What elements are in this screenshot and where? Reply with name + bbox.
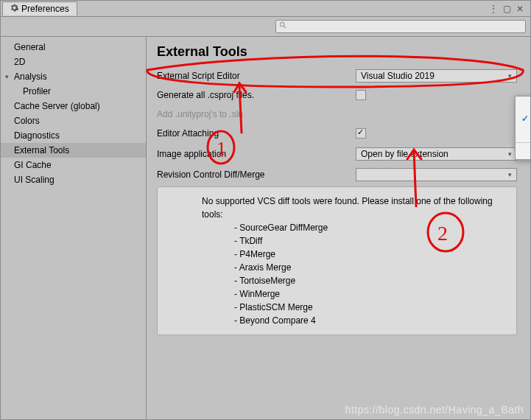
sidebar-item-ui-scaling[interactable]: UI Scaling	[1, 172, 146, 187]
generate-csproj-checkbox[interactable]	[356, 90, 366, 100]
sidebar-item-cache-server[interactable]: Cache Server (global)	[1, 99, 146, 113]
revision-control-dropdown[interactable]	[356, 168, 517, 181]
option-browse[interactable]: Browse...	[516, 144, 530, 159]
sidebar-item-external-tools[interactable]: External Tools	[1, 143, 146, 158]
search-field[interactable]	[275, 20, 526, 33]
sidebar-item-analysis[interactable]: Analysis	[1, 69, 146, 84]
option-vs-installer[interactable]: Visual Studio Installer	[516, 126, 530, 141]
option-vs2019[interactable]: Visual Studio 2019	[516, 111, 530, 126]
sidebar-item-colors[interactable]: Colors	[1, 113, 146, 128]
preferences-window: Preferences ⋮ ▢ ✕ General 2D Analysis Pr…	[0, 0, 531, 420]
preferences-tab[interactable]: Preferences	[2, 1, 77, 15]
tab-label: Preferences	[21, 4, 69, 14]
option-open-by-ext[interactable]: Open by file extension	[516, 97, 530, 111]
vcs-info-box: No supported VCS diff tools were found. …	[157, 186, 517, 335]
search-input[interactable]	[290, 22, 522, 31]
maximize-icon[interactable]: ▢	[502, 4, 511, 13]
list-item: SourceGear DiffMerge	[234, 221, 507, 234]
sidebar: General 2D Analysis Profiler Cache Serve…	[1, 37, 147, 419]
list-item: TkDiff	[234, 234, 507, 248]
sidebar-item-gi-cache[interactable]: GI Cache	[1, 158, 146, 172]
list-item: Beyond Compare 4	[234, 314, 507, 327]
list-item: P4Merge	[234, 248, 507, 261]
toolbar	[1, 17, 530, 37]
add-unityproj-label: Add .unityproj's to .sln	[157, 109, 356, 119]
editor-attaching-checkbox[interactable]: ✓	[356, 128, 366, 139]
vcs-info-text: No supported VCS diff tools were found. …	[202, 195, 507, 221]
separator	[516, 142, 530, 143]
gear-icon	[10, 4, 18, 14]
svg-line-1	[284, 26, 286, 28]
menu-icon[interactable]: ⋮	[489, 4, 498, 13]
sidebar-item-2d[interactable]: 2D	[1, 55, 146, 69]
image-application-label: Image application	[157, 149, 356, 159]
titlebar: Preferences ⋮ ▢ ✕	[1, 1, 530, 17]
image-application-dropdown[interactable]: Open by file extension	[356, 147, 517, 161]
generate-csproj-label: Generate all .csproj files.	[157, 90, 356, 100]
close-icon[interactable]: ✕	[516, 4, 524, 13]
editor-attaching-label: Editor Attaching	[157, 128, 356, 139]
main-panel: External Tools External Script Editor Vi…	[147, 37, 530, 419]
list-item: PlasticSCM Merge	[234, 301, 507, 314]
external-script-editor-dropdown[interactable]: Visual Studio 2019	[356, 69, 517, 83]
svg-point-0	[280, 22, 284, 27]
page-title: External Tools	[157, 44, 517, 60]
sidebar-item-profiler[interactable]: Profiler	[1, 84, 146, 99]
list-item: Araxis Merge	[234, 261, 507, 274]
search-icon	[279, 21, 287, 32]
external-script-editor-label: External Script Editor	[157, 71, 356, 81]
window-controls: ⋮ ▢ ✕	[489, 4, 530, 13]
vcs-tools-list: SourceGear DiffMerge TkDiff P4Merge Arax…	[202, 221, 507, 327]
revision-control-label: Revision Control Diff/Merge	[157, 169, 356, 180]
sidebar-item-diagnostics[interactable]: Diagnostics	[1, 128, 146, 143]
script-editor-popup: Open by file extension Visual Studio 201…	[515, 96, 530, 160]
list-item: TortoiseMerge	[234, 274, 507, 287]
list-item: WinMerge	[234, 287, 507, 301]
sidebar-item-general[interactable]: General	[1, 40, 146, 55]
